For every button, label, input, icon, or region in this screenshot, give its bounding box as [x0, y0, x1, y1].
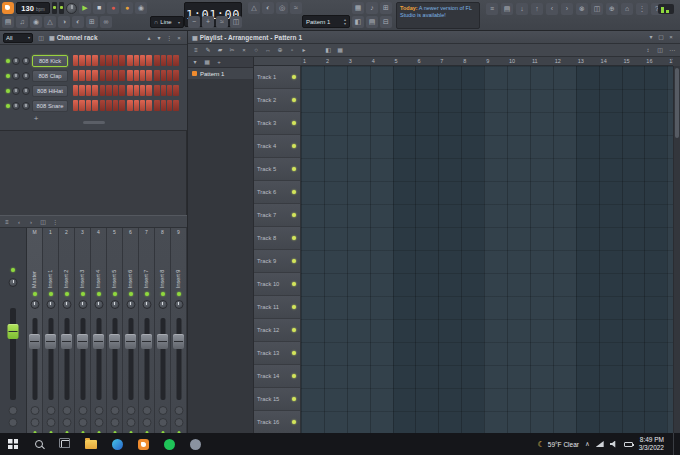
- zoom-in-icon[interactable]: +: [202, 16, 214, 28]
- step-cell[interactable]: [86, 85, 91, 96]
- picker-add-icon[interactable]: +: [214, 57, 224, 67]
- strip-mute-led[interactable]: [49, 292, 53, 296]
- strip-pan-knob[interactable]: [174, 300, 183, 309]
- step-cell[interactable]: [161, 70, 166, 81]
- current-track-led[interactable]: [11, 268, 15, 272]
- step-cell[interactable]: [92, 100, 97, 111]
- battery-icon[interactable]: [624, 442, 633, 447]
- step-cell[interactable]: [134, 55, 139, 66]
- channel-pan-knob[interactable]: [12, 57, 20, 65]
- playback-tool-icon[interactable]: ▸: [299, 45, 309, 55]
- channel-rack-titlebar[interactable]: All ▾ ◫ ▦ Channel rack ▴▾⋮×: [0, 31, 187, 45]
- step-cell[interactable]: [167, 85, 172, 96]
- stop-icon[interactable]: ■: [93, 2, 105, 14]
- plugin-picker-icon[interactable]: ⊟: [380, 16, 392, 28]
- strip-fx-button[interactable]: [110, 406, 119, 415]
- step-cell[interactable]: [119, 100, 124, 111]
- mixer-strip[interactable]: MMaster: [27, 228, 43, 433]
- step-cell[interactable]: [106, 85, 111, 96]
- blend-recording-icon[interactable]: ≈: [290, 2, 302, 14]
- countdown-icon[interactable]: ◎: [276, 2, 288, 14]
- channel-up-icon[interactable]: ▴: [144, 33, 154, 43]
- loop-mode-icon[interactable]: ◉: [135, 2, 147, 14]
- playlist-titlebar[interactable]: ▦ Playlist - Arrangement - Pattern 1 ▾▢×: [188, 31, 680, 44]
- step-cell[interactable]: [161, 85, 166, 96]
- mixer-layout-icon[interactable]: ◫: [38, 217, 48, 227]
- tools-menu-icon[interactable]: ≡: [486, 3, 498, 15]
- track-led[interactable]: [292, 397, 296, 401]
- channel-mute-led[interactable]: [6, 59, 10, 63]
- weather-widget[interactable]: ☾ 59°F Clear: [538, 440, 579, 449]
- paint-tool-icon[interactable]: ▰: [215, 45, 225, 55]
- strip-pan-knob[interactable]: [142, 300, 151, 309]
- step-cell[interactable]: [92, 55, 97, 66]
- mixer-strip[interactable]: 9Insert 9: [171, 228, 187, 433]
- step-cell[interactable]: [127, 70, 132, 81]
- playlist-options-icon[interactable]: ⋯: [667, 45, 677, 55]
- channel-down-icon[interactable]: ▾: [154, 33, 164, 43]
- step-cell[interactable]: [113, 70, 118, 81]
- step-edit-icon[interactable]: ⊞: [86, 16, 98, 28]
- playlist-track-header[interactable]: Track 5: [254, 158, 300, 181]
- browser-window-icon[interactable]: ▤: [366, 16, 378, 28]
- track-led[interactable]: [292, 259, 296, 263]
- channel-volume-knob[interactable]: [22, 72, 30, 80]
- detach-panel-icon[interactable]: ◫: [230, 16, 242, 28]
- strip-fader[interactable]: [144, 318, 149, 400]
- channel-mute-led[interactable]: [6, 74, 10, 78]
- step-cell[interactable]: [167, 55, 172, 66]
- track-led[interactable]: [292, 213, 296, 217]
- strip-fader[interactable]: [48, 318, 53, 400]
- mixer-strip[interactable]: 8Insert 8: [155, 228, 171, 433]
- track-led[interactable]: [292, 374, 296, 378]
- strip-mute-led[interactable]: [129, 292, 133, 296]
- mixer-strip[interactable]: 6Insert 6: [123, 228, 139, 433]
- audio-editor-icon[interactable]: ≈: [216, 16, 228, 28]
- strip-pan-knob[interactable]: [158, 300, 167, 309]
- step-cell[interactable]: [113, 55, 118, 66]
- step-cell[interactable]: [173, 100, 178, 111]
- strip-fader-handle[interactable]: [77, 334, 88, 349]
- strip-mute-led[interactable]: [65, 292, 69, 296]
- strip-route-button[interactable]: [142, 418, 151, 427]
- track-led[interactable]: [292, 75, 296, 79]
- tray-chevron-icon[interactable]: ∧: [585, 440, 590, 448]
- rack-scrollbar[interactable]: [83, 121, 105, 124]
- strip-pan-knob[interactable]: [94, 300, 103, 309]
- play-icon[interactable]: ▶: [79, 2, 91, 14]
- browser-home-icon[interactable]: ⌂: [621, 3, 633, 15]
- picker-pattern-item[interactable]: Pattern 1: [188, 68, 253, 79]
- step-cell[interactable]: [134, 70, 139, 81]
- channel-volume-knob[interactable]: [22, 102, 30, 110]
- playlist-track-header[interactable]: Track 9: [254, 250, 300, 273]
- strip-fader-handle[interactable]: [125, 334, 136, 349]
- pattern-down-icon[interactable]: ▾: [344, 22, 346, 26]
- mixer-options-icon[interactable]: ⋮: [50, 217, 60, 227]
- strip-fader[interactable]: [64, 318, 69, 400]
- playlist-grid[interactable]: [301, 66, 673, 433]
- track-led[interactable]: [292, 328, 296, 332]
- cut-icon[interactable]: ⊗: [576, 3, 588, 15]
- strip-mute-led[interactable]: [81, 292, 85, 296]
- taskbar-clock[interactable]: 8:49 PM 3/3/2022: [639, 436, 664, 452]
- channel-button[interactable]: 808 Snare: [32, 100, 68, 112]
- delete-tool-icon[interactable]: ×: [239, 45, 249, 55]
- playlist-track-header[interactable]: Track 13: [254, 342, 300, 365]
- track-led[interactable]: [292, 305, 296, 309]
- show-desktop-button[interactable]: [673, 433, 677, 455]
- strip-fader[interactable]: [160, 318, 165, 400]
- file-explorer-button[interactable]: [78, 433, 104, 455]
- track-led[interactable]: [292, 351, 296, 355]
- step-cell[interactable]: [119, 85, 124, 96]
- strip-route-button[interactable]: [62, 418, 71, 427]
- strip-route-button[interactable]: [110, 418, 119, 427]
- strip-pan-knob[interactable]: [46, 300, 55, 309]
- channel-rack-window-icon[interactable]: ⊞: [380, 2, 392, 14]
- slip-tool-icon[interactable]: ↔: [263, 45, 273, 55]
- channel-pan-knob[interactable]: [12, 87, 20, 95]
- channel-button[interactable]: 808 Kick: [32, 55, 68, 67]
- edge-browser-button[interactable]: [104, 433, 130, 455]
- step-cell[interactable]: [79, 85, 84, 96]
- step-cell[interactable]: [140, 70, 145, 81]
- step-cell[interactable]: [92, 70, 97, 81]
